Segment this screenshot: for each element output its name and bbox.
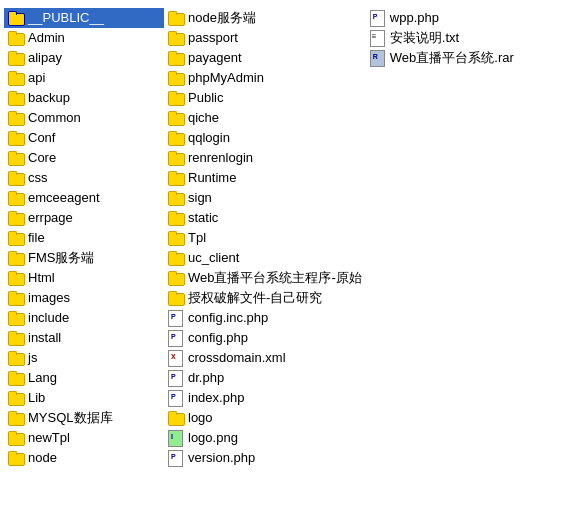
file-browser: __PUBLIC__AdminalipayapibackupCommonConf… bbox=[0, 0, 565, 476]
folder-icon bbox=[168, 250, 184, 266]
folder-icon bbox=[168, 150, 184, 166]
folder-item[interactable]: payagent bbox=[164, 48, 366, 68]
folder-item[interactable]: uc_client bbox=[164, 248, 366, 268]
folder-item[interactable]: node bbox=[4, 448, 164, 468]
file-item[interactable]: index.php bbox=[164, 388, 366, 408]
folder-icon bbox=[168, 290, 184, 306]
folder-item[interactable]: sign bbox=[164, 188, 366, 208]
folder-icon bbox=[8, 50, 24, 66]
folder-icon bbox=[168, 230, 184, 246]
folder-item[interactable]: static bbox=[164, 208, 366, 228]
folder-item[interactable]: node服务端 bbox=[164, 8, 366, 28]
folder-item[interactable]: api bbox=[4, 68, 164, 88]
item-label: backup bbox=[28, 89, 70, 107]
folder-icon bbox=[8, 350, 24, 366]
folder-icon bbox=[168, 70, 184, 86]
folder-item[interactable]: images bbox=[4, 288, 164, 308]
folder-icon bbox=[8, 370, 24, 386]
item-label: MYSQL数据库 bbox=[28, 409, 113, 427]
item-label: css bbox=[28, 169, 48, 187]
item-label: node bbox=[28, 449, 57, 467]
folder-item[interactable]: Common bbox=[4, 108, 164, 128]
folder-icon bbox=[8, 110, 24, 126]
folder-item[interactable]: Public bbox=[164, 88, 366, 108]
item-label: Admin bbox=[28, 29, 65, 47]
folder-icon bbox=[8, 310, 24, 326]
item-label: alipay bbox=[28, 49, 62, 67]
file-item[interactable]: Web直播平台系统.rar bbox=[366, 48, 546, 68]
folder-item[interactable]: errpage bbox=[4, 208, 164, 228]
folder-item[interactable]: logo bbox=[164, 408, 366, 428]
folder-item[interactable]: js bbox=[4, 348, 164, 368]
file-item[interactable]: logo.png bbox=[164, 428, 366, 448]
folder-icon bbox=[8, 250, 24, 266]
item-label: Common bbox=[28, 109, 81, 127]
item-label: payagent bbox=[188, 49, 242, 67]
folder-icon bbox=[8, 430, 24, 446]
item-label: emceeagent bbox=[28, 189, 100, 207]
folder-icon bbox=[168, 190, 184, 206]
folder-item[interactable]: backup bbox=[4, 88, 164, 108]
file-item[interactable]: dr.php bbox=[164, 368, 366, 388]
folder-icon bbox=[8, 90, 24, 106]
php-file-icon bbox=[168, 390, 184, 406]
folder-icon bbox=[8, 270, 24, 286]
folder-item[interactable]: install bbox=[4, 328, 164, 348]
folder-icon bbox=[168, 110, 184, 126]
folder-item[interactable]: include bbox=[4, 308, 164, 328]
item-label: wpp.php bbox=[390, 9, 439, 27]
item-label: 授权破解文件-自己研究 bbox=[188, 289, 322, 307]
folder-icon bbox=[8, 190, 24, 206]
item-label: phpMyAdmin bbox=[188, 69, 264, 87]
item-label: static bbox=[188, 209, 218, 227]
folder-item[interactable]: qqlogin bbox=[164, 128, 366, 148]
php-file-icon bbox=[168, 450, 184, 466]
item-label: FMS服务端 bbox=[28, 249, 94, 267]
folder-item[interactable]: css bbox=[4, 168, 164, 188]
php-file-icon bbox=[168, 310, 184, 326]
folder-item[interactable]: Runtime bbox=[164, 168, 366, 188]
file-item[interactable]: 安装说明.txt bbox=[366, 28, 546, 48]
folder-item[interactable]: alipay bbox=[4, 48, 164, 68]
php-file-icon bbox=[168, 370, 184, 386]
file-item[interactable]: crossdomain.xml bbox=[164, 348, 366, 368]
item-label: 安装说明.txt bbox=[390, 29, 459, 47]
folder-item[interactable]: passport bbox=[164, 28, 366, 48]
folder-item[interactable]: emceeagent bbox=[4, 188, 164, 208]
item-label: node服务端 bbox=[188, 9, 256, 27]
xml-file-icon bbox=[168, 350, 184, 366]
folder-icon bbox=[8, 230, 24, 246]
item-label: js bbox=[28, 349, 37, 367]
folder-item[interactable]: FMS服务端 bbox=[4, 248, 164, 268]
folder-item[interactable]: file bbox=[4, 228, 164, 248]
php-file-icon bbox=[370, 10, 386, 26]
folder-item[interactable]: Lib bbox=[4, 388, 164, 408]
folder-item[interactable]: newTpl bbox=[4, 428, 164, 448]
folder-item[interactable]: __PUBLIC__ bbox=[4, 8, 164, 28]
folder-item[interactable]: renrenlogin bbox=[164, 148, 366, 168]
item-label: dr.php bbox=[188, 369, 224, 387]
file-item[interactable]: config.php bbox=[164, 328, 366, 348]
folder-item[interactable]: MYSQL数据库 bbox=[4, 408, 164, 428]
column-3: wpp.php安装说明.txtWeb直播平台系统.rar bbox=[366, 8, 546, 468]
file-item[interactable]: config.inc.php bbox=[164, 308, 366, 328]
item-label: Runtime bbox=[188, 169, 236, 187]
folder-item[interactable]: qiche bbox=[164, 108, 366, 128]
folder-item[interactable]: 授权破解文件-自己研究 bbox=[164, 288, 366, 308]
folder-icon bbox=[168, 30, 184, 46]
item-label: config.inc.php bbox=[188, 309, 268, 327]
folder-item[interactable]: Conf bbox=[4, 128, 164, 148]
folder-item[interactable]: Admin bbox=[4, 28, 164, 48]
file-item[interactable]: version.php bbox=[164, 448, 366, 468]
png-file-icon bbox=[168, 430, 184, 446]
folder-item[interactable]: Html bbox=[4, 268, 164, 288]
item-label: index.php bbox=[188, 389, 244, 407]
folder-item[interactable]: Lang bbox=[4, 368, 164, 388]
folder-item[interactable]: Tpl bbox=[164, 228, 366, 248]
folder-item[interactable]: phpMyAdmin bbox=[164, 68, 366, 88]
folder-item[interactable]: Web直播平台系统主程序-原始 bbox=[164, 268, 366, 288]
folder-item[interactable]: Core bbox=[4, 148, 164, 168]
folder-icon bbox=[168, 50, 184, 66]
item-label: newTpl bbox=[28, 429, 70, 447]
file-item[interactable]: wpp.php bbox=[366, 8, 546, 28]
